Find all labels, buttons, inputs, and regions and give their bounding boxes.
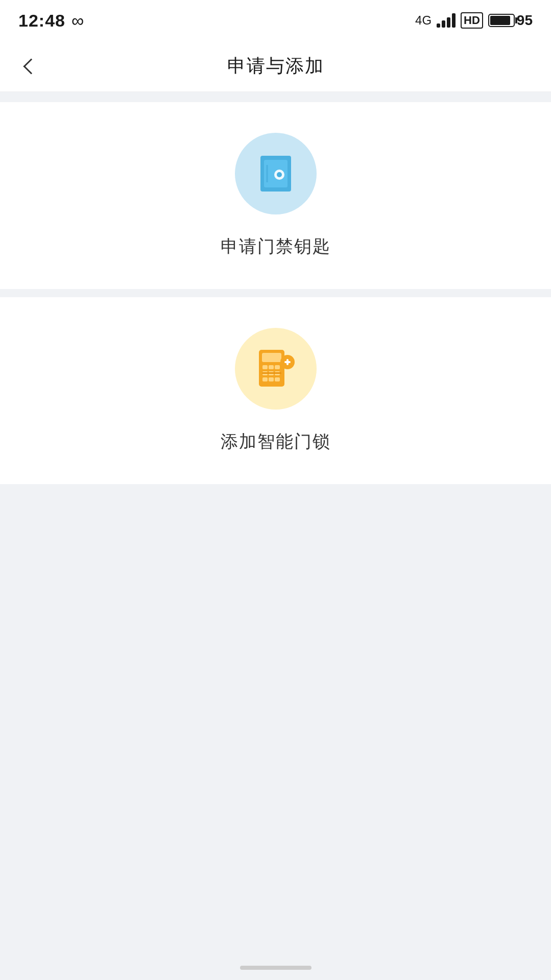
- battery-container: 95: [488, 12, 533, 29]
- add-lock-label: 添加智能门锁: [221, 430, 331, 453]
- add-lock-icon-container: [235, 328, 317, 410]
- svg-rect-15: [275, 377, 280, 381]
- apply-key-icon-container: [235, 133, 317, 214]
- battery-percent: 95: [517, 12, 533, 29]
- signal-bars-icon: [437, 13, 456, 28]
- svg-rect-18: [286, 359, 289, 365]
- svg-rect-14: [269, 377, 274, 381]
- add-lock-card[interactable]: 添加智能门锁: [0, 297, 551, 484]
- smart-lock-icon: [253, 346, 299, 392]
- home-indicator: [240, 966, 312, 970]
- svg-rect-8: [269, 365, 274, 369]
- content-area: 申请门禁钥匙: [0, 92, 551, 494]
- signal-bar-4: [452, 13, 456, 28]
- status-infinity: ∞: [71, 11, 84, 31]
- svg-rect-6: [262, 353, 281, 362]
- signal-4g-text: 4G: [415, 13, 432, 28]
- svg-point-3: [277, 172, 282, 177]
- status-bar: 12:48 ∞ 4G HD 95: [0, 0, 551, 41]
- svg-rect-13: [262, 377, 268, 381]
- back-button[interactable]: [18, 54, 44, 79]
- status-left: 12:48 ∞: [18, 11, 84, 31]
- page-title: 申请与添加: [227, 54, 324, 79]
- hd-badge: HD: [461, 12, 483, 29]
- nav-bar: 申请与添加: [0, 41, 551, 92]
- battery-fill: [490, 16, 511, 25]
- signal-bar-2: [442, 20, 445, 28]
- signal-bar-1: [437, 23, 440, 28]
- apply-key-card[interactable]: 申请门禁钥匙: [0, 102, 551, 289]
- svg-rect-9: [275, 365, 280, 369]
- door-key-icon: [253, 151, 299, 197]
- back-arrow-icon: [23, 58, 39, 74]
- battery-icon: [488, 14, 515, 27]
- svg-rect-19: [262, 372, 281, 374]
- signal-bar-3: [447, 17, 450, 28]
- status-right: 4G HD 95: [415, 12, 533, 29]
- apply-key-label: 申请门禁钥匙: [221, 235, 331, 258]
- svg-rect-7: [262, 365, 268, 369]
- status-time: 12:48: [18, 11, 65, 31]
